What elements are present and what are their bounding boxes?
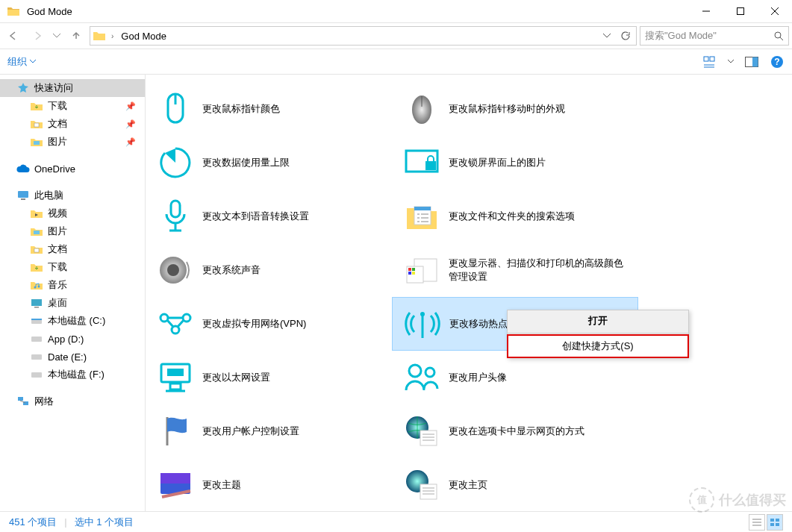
list-item[interactable]: 更改主页 [392, 458, 638, 511]
folder-icon [30, 260, 43, 274]
sidebar-item-pictures-2[interactable]: 图片 [0, 222, 145, 240]
breadcrumb[interactable]: God Mode [119, 31, 168, 42]
chevron-down-icon[interactable] [728, 60, 734, 63]
sidebar-item-disk-f[interactable]: 本地磁盘 (F:) [0, 366, 145, 384]
svg-rect-66 [420, 484, 437, 499]
minimize-button[interactable] [689, 0, 723, 22]
folder-icon [30, 207, 43, 220]
status-selected: 选中 1 个项目 [75, 516, 134, 529]
microphone-icon [156, 197, 195, 236]
view-options-button[interactable] [702, 54, 717, 69]
folder-icon [7, 4, 21, 18]
folder-icon [30, 242, 43, 256]
search-icon[interactable] [773, 31, 784, 41]
svg-line-5 [780, 37, 783, 40]
svg-rect-55 [408, 268, 411, 271]
preview-pane-button[interactable] [744, 54, 759, 69]
context-menu-open[interactable]: 打开 [508, 310, 688, 331]
list-item[interactable]: 更改鼠标指针颜色 [146, 82, 392, 136]
navbar: › God Mode 搜索"God Mode" [0, 22, 792, 49]
svg-rect-50 [425, 161, 436, 170]
list-item[interactable]: 更改用户头像 [392, 351, 638, 404]
folder-icon [30, 225, 43, 238]
search-input[interactable]: 搜索"God Mode" [640, 26, 789, 46]
sidebar-item-videos[interactable]: 视频 [0, 204, 145, 222]
folder-icon [30, 278, 43, 292]
svg-rect-18 [34, 231, 40, 234]
organize-button[interactable]: 组织 [7, 55, 36, 69]
address-dropdown-button[interactable] [599, 28, 615, 44]
maximize-button[interactable] [723, 0, 758, 22]
sidebar-item-documents-2[interactable]: 文档 [0, 240, 145, 258]
speaker-icon [156, 251, 195, 290]
help-button[interactable]: ? [770, 54, 785, 69]
svg-rect-25 [31, 319, 42, 320]
list-item[interactable]: 更改文件和文件夹的搜索选项 [392, 190, 638, 243]
sidebar-item-disk-d[interactable]: App (D:) [0, 330, 145, 348]
network-icon [16, 395, 30, 408]
disk-icon [30, 350, 43, 363]
list-item[interactable]: 更改锁屏界面上的图片 [392, 136, 638, 190]
sidebar-item-downloads[interactable]: 下载 📌 [0, 97, 145, 115]
sidebar-item-network[interactable]: 网络 [0, 392, 145, 410]
svg-rect-6 [704, 57, 708, 61]
svg-rect-73 [776, 523, 779, 526]
svg-rect-41 [170, 384, 181, 389]
sidebar-item-disk-c[interactable]: 本地磁盘 (C:) [0, 312, 145, 330]
svg-rect-70 [770, 519, 774, 522]
onedrive-icon [16, 162, 30, 175]
window-title: God Mode [27, 6, 689, 17]
list-item[interactable]: 更改数据使用量上限 [146, 136, 392, 190]
svg-rect-71 [776, 519, 779, 522]
sidebar-item-quick-access[interactable]: 快速访问 [0, 79, 145, 97]
pie-chart-icon [156, 143, 195, 182]
refresh-button[interactable] [617, 28, 633, 44]
up-button[interactable] [66, 25, 87, 46]
details-view-button[interactable] [749, 514, 765, 531]
sidebar-item-downloads-2[interactable]: 下载 [0, 258, 145, 276]
sidebar-item-documents[interactable]: 文档 📌 [0, 115, 145, 133]
list-item[interactable]: 更改虚拟专用网络(VPN) [146, 297, 392, 351]
search-placeholder: 搜索"God Mode" [645, 29, 773, 43]
svg-point-39 [172, 326, 179, 334]
context-menu-create-shortcut[interactable]: 创建快捷方式(S) [507, 334, 689, 358]
list-item[interactable]: 更改显示器、扫描仪和打印机的高级颜色管理设置 [392, 243, 638, 297]
list-item[interactable]: 更改系统声音 [146, 243, 392, 297]
sidebar-item-desktop[interactable]: 桌面 [0, 294, 145, 312]
svg-rect-7 [710, 57, 714, 61]
mouse-icon [402, 90, 441, 128]
flag-icon [156, 412, 195, 451]
icons-view-button[interactable] [767, 514, 783, 531]
address-bar[interactable]: › God Mode [90, 26, 637, 46]
list-item[interactable]: 更改鼠标指针移动时的外观 [392, 82, 638, 136]
pin-icon: 📌 [125, 101, 136, 111]
folder-icon [93, 31, 105, 41]
svg-point-36 [167, 264, 179, 276]
back-button[interactable] [3, 25, 24, 46]
list-item[interactable]: 更改主题 [146, 458, 392, 511]
folder-icon [30, 117, 43, 131]
svg-point-62 [425, 368, 434, 377]
sidebar-item-pictures[interactable]: 图片 📌 [0, 133, 145, 151]
list-item[interactable]: 更改在选项卡中显示网页的方式 [392, 404, 638, 458]
sidebar-item-this-pc[interactable]: 此电脑 [0, 187, 145, 204]
folder-icon [30, 135, 43, 148]
svg-rect-17 [21, 198, 25, 200]
homepage-icon [402, 466, 441, 504]
sidebar-item-disk-e[interactable]: Date (E:) [0, 348, 145, 366]
separator [508, 333, 688, 334]
sidebar-item-onedrive[interactable]: OneDrive [0, 160, 145, 178]
svg-rect-28 [31, 372, 42, 378]
close-button[interactable] [758, 0, 792, 22]
forward-button[interactable] [27, 25, 48, 46]
ethernet-icon [156, 358, 195, 397]
list-item[interactable]: 更改以太网设置 [146, 351, 392, 404]
recent-button[interactable] [51, 25, 63, 46]
list-item[interactable]: 更改用户帐户控制设置 [146, 404, 392, 458]
list-item[interactable]: 更改文本到语音转换设置 [146, 190, 392, 243]
star-icon [16, 81, 30, 95]
sidebar-item-music[interactable]: 音乐 [0, 276, 145, 294]
chevron-right-icon[interactable]: › [108, 32, 116, 40]
svg-rect-26 [31, 337, 42, 342]
svg-rect-57 [408, 272, 411, 275]
